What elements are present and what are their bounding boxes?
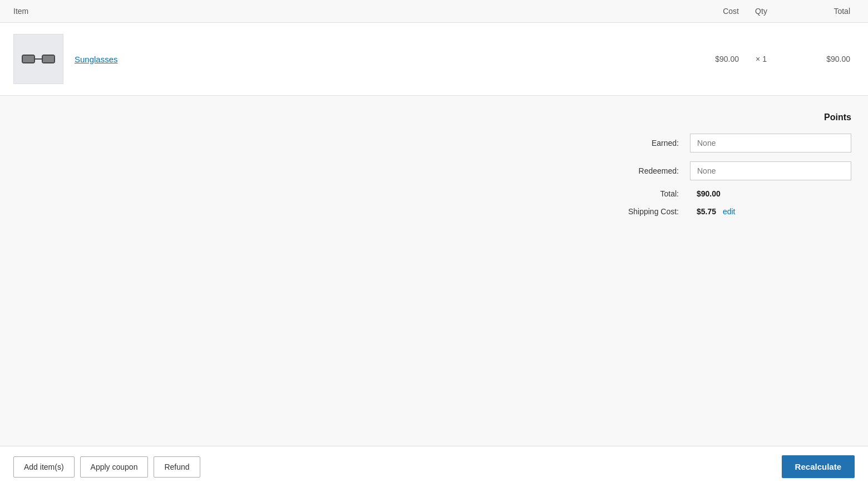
summary-section: Points Earned: Redeemed: Total: $90.00 S… xyxy=(0,96,868,446)
col-item-header: Item xyxy=(13,7,672,16)
svg-rect-5 xyxy=(23,56,34,62)
product-row: Sunglasses $90.00 × 1 $90.00 xyxy=(0,23,868,96)
add-items-button[interactable]: Add item(s) xyxy=(13,456,75,478)
product-qty: × 1 xyxy=(739,55,783,63)
total-label: Total: xyxy=(628,189,679,198)
shipping-edit-link[interactable]: edit xyxy=(723,207,736,216)
earned-input[interactable] xyxy=(690,134,851,153)
table-header: Item Cost Qty Total xyxy=(0,0,868,23)
shipping-label: Shipping Cost: xyxy=(628,207,679,216)
product-link[interactable]: Sunglasses xyxy=(75,55,118,64)
product-image xyxy=(13,34,63,84)
product-total: $90.00 xyxy=(783,55,850,63)
footer-bar: Add item(s) Apply coupon Refund Recalcul… xyxy=(0,446,868,487)
recalculate-button[interactable]: Recalculate xyxy=(782,455,855,478)
col-qty-header: Qty xyxy=(739,7,783,16)
total-value: $90.00 xyxy=(690,189,851,198)
col-total-header: Total xyxy=(783,7,850,16)
col-cost-header: Cost xyxy=(672,7,739,16)
product-cost: $90.00 xyxy=(672,55,739,63)
footer-left-buttons: Add item(s) Apply coupon Refund xyxy=(13,456,200,478)
earned-label: Earned: xyxy=(628,139,679,147)
apply-coupon-button[interactable]: Apply coupon xyxy=(80,456,149,478)
summary-grid: Earned: Redeemed: Total: $90.00 Shipping… xyxy=(628,134,851,216)
shipping-value: $5.75 edit xyxy=(690,207,851,216)
redeemed-label: Redeemed: xyxy=(628,166,679,175)
product-name[interactable]: Sunglasses xyxy=(75,55,672,64)
refund-button[interactable]: Refund xyxy=(154,456,200,478)
sunglasses-icon xyxy=(22,51,55,67)
points-heading: Points xyxy=(824,112,851,122)
svg-rect-6 xyxy=(43,56,54,62)
redeemed-input[interactable] xyxy=(690,161,851,180)
